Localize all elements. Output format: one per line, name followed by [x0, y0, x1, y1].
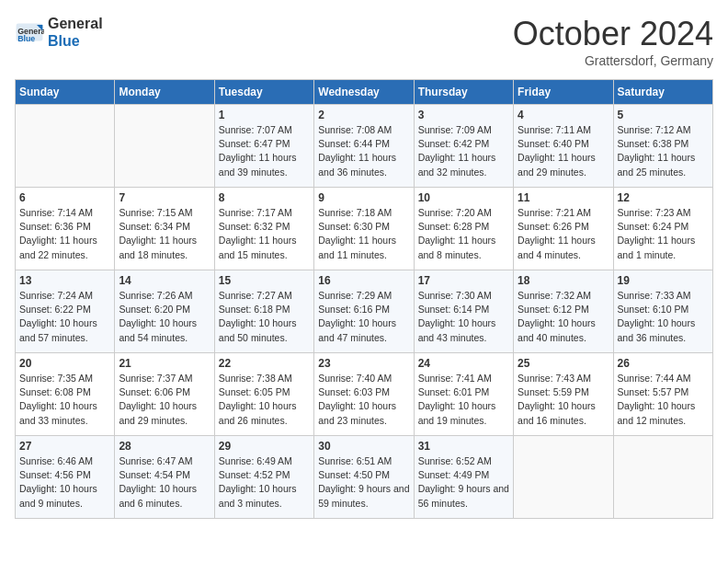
logo-general: General [48, 15, 103, 32]
calendar-cell: 31Sunrise: 6:52 AM Sunset: 4:49 PM Dayli… [414, 436, 513, 519]
day-number: 25 [518, 357, 609, 370]
day-info: Sunrise: 7:11 AM Sunset: 6:40 PM Dayligh… [518, 123, 609, 179]
weekday-header-saturday: Saturday [613, 80, 712, 105]
day-info: Sunrise: 6:52 AM Sunset: 4:49 PM Dayligh… [418, 454, 509, 511]
day-number: 18 [518, 274, 609, 287]
weekday-header-row: SundayMondayTuesdayWednesdayThursdayFrid… [16, 80, 713, 105]
day-info: Sunrise: 6:51 AM Sunset: 4:50 PM Dayligh… [318, 454, 409, 511]
day-number: 6 [19, 191, 110, 204]
day-info: Sunrise: 7:20 AM Sunset: 6:28 PM Dayligh… [418, 206, 509, 262]
day-info: Sunrise: 7:32 AM Sunset: 6:12 PM Dayligh… [518, 289, 609, 345]
calendar-cell: 6Sunrise: 7:14 AM Sunset: 6:36 PM Daylig… [16, 188, 115, 270]
day-number: 26 [618, 357, 709, 370]
day-number: 15 [219, 274, 310, 287]
weekday-header-wednesday: Wednesday [314, 80, 414, 105]
day-number: 20 [19, 357, 110, 370]
calendar-cell: 28Sunrise: 6:47 AM Sunset: 4:54 PM Dayli… [115, 436, 214, 519]
day-number: 17 [418, 274, 509, 287]
calendar-cell: 29Sunrise: 6:49 AM Sunset: 4:52 PM Dayli… [214, 436, 313, 519]
day-info: Sunrise: 6:47 AM Sunset: 4:54 PM Dayligh… [119, 454, 210, 511]
week-row-1: 1Sunrise: 7:07 AM Sunset: 6:47 PM Daylig… [16, 105, 713, 188]
weekday-header-thursday: Thursday [414, 80, 513, 105]
day-number: 19 [618, 274, 709, 287]
day-info: Sunrise: 7:40 AM Sunset: 6:03 PM Dayligh… [318, 372, 409, 428]
svg-text:Blue: Blue [17, 35, 35, 44]
day-number: 8 [219, 191, 310, 204]
day-info: Sunrise: 7:37 AM Sunset: 6:06 PM Dayligh… [119, 372, 210, 428]
calendar-cell: 7Sunrise: 7:15 AM Sunset: 6:34 PM Daylig… [115, 188, 214, 270]
day-number: 23 [318, 357, 409, 370]
calendar-cell: 26Sunrise: 7:44 AM Sunset: 5:57 PM Dayli… [613, 353, 712, 436]
calendar-cell: 27Sunrise: 6:46 AM Sunset: 4:56 PM Dayli… [16, 436, 115, 519]
calendar-cell: 22Sunrise: 7:38 AM Sunset: 6:05 PM Dayli… [214, 353, 313, 436]
day-info: Sunrise: 7:30 AM Sunset: 6:14 PM Dayligh… [418, 289, 509, 345]
day-number: 7 [119, 191, 210, 204]
day-info: Sunrise: 7:41 AM Sunset: 6:01 PM Dayligh… [418, 372, 509, 428]
calendar-cell: 8Sunrise: 7:17 AM Sunset: 6:32 PM Daylig… [214, 188, 313, 270]
day-number: 3 [418, 109, 509, 121]
weekday-header-sunday: Sunday [16, 80, 115, 105]
week-row-2: 6Sunrise: 7:14 AM Sunset: 6:36 PM Daylig… [16, 188, 713, 270]
calendar-cell: 25Sunrise: 7:43 AM Sunset: 5:59 PM Dayli… [514, 353, 613, 436]
calendar-cell: 23Sunrise: 7:40 AM Sunset: 6:03 PM Dayli… [314, 353, 414, 436]
calendar-cell: 3Sunrise: 7:09 AM Sunset: 6:42 PM Daylig… [414, 105, 513, 188]
day-info: Sunrise: 7:09 AM Sunset: 6:42 PM Dayligh… [418, 123, 509, 179]
month-title: October 2024 [513, 15, 713, 53]
calendar-cell: 5Sunrise: 7:12 AM Sunset: 6:38 PM Daylig… [613, 105, 712, 188]
day-info: Sunrise: 7:08 AM Sunset: 6:44 PM Dayligh… [318, 123, 409, 179]
day-number: 16 [318, 274, 409, 287]
day-number: 2 [318, 109, 409, 121]
calendar-cell [115, 105, 214, 188]
calendar-cell: 13Sunrise: 7:24 AM Sunset: 6:22 PM Dayli… [16, 270, 115, 353]
day-info: Sunrise: 7:27 AM Sunset: 6:18 PM Dayligh… [219, 289, 310, 345]
day-info: Sunrise: 7:18 AM Sunset: 6:30 PM Dayligh… [318, 206, 409, 262]
calendar-cell: 11Sunrise: 7:21 AM Sunset: 6:26 PM Dayli… [514, 188, 613, 270]
day-number: 22 [219, 357, 310, 370]
day-number: 29 [219, 440, 310, 453]
day-info: Sunrise: 7:23 AM Sunset: 6:24 PM Dayligh… [618, 206, 709, 262]
day-info: Sunrise: 6:49 AM Sunset: 4:52 PM Dayligh… [219, 454, 310, 511]
day-number: 9 [318, 191, 409, 204]
calendar-cell: 18Sunrise: 7:32 AM Sunset: 6:12 PM Dayli… [514, 270, 613, 353]
day-info: Sunrise: 7:15 AM Sunset: 6:34 PM Dayligh… [119, 206, 210, 262]
calendar-cell: 20Sunrise: 7:35 AM Sunset: 6:08 PM Dayli… [16, 353, 115, 436]
weekday-header-friday: Friday [514, 80, 613, 105]
day-info: Sunrise: 7:14 AM Sunset: 6:36 PM Dayligh… [19, 206, 110, 262]
calendar-cell: 10Sunrise: 7:20 AM Sunset: 6:28 PM Dayli… [414, 188, 513, 270]
week-row-4: 20Sunrise: 7:35 AM Sunset: 6:08 PM Dayli… [16, 353, 713, 436]
title-block: October 2024 Grattersdorf, Germany [513, 15, 713, 68]
calendar-cell: 1Sunrise: 7:07 AM Sunset: 6:47 PM Daylig… [214, 105, 313, 188]
day-info: Sunrise: 7:43 AM Sunset: 5:59 PM Dayligh… [518, 372, 609, 428]
day-number: 13 [19, 274, 110, 287]
day-info: Sunrise: 6:46 AM Sunset: 4:56 PM Dayligh… [19, 454, 110, 511]
day-info: Sunrise: 7:38 AM Sunset: 6:05 PM Dayligh… [219, 372, 310, 428]
logo-blue: Blue [48, 32, 103, 50]
calendar-cell: 30Sunrise: 6:51 AM Sunset: 4:50 PM Dayli… [314, 436, 414, 519]
day-number: 12 [618, 191, 709, 204]
calendar-cell: 21Sunrise: 7:37 AM Sunset: 6:06 PM Dayli… [115, 353, 214, 436]
calendar-cell: 17Sunrise: 7:30 AM Sunset: 6:14 PM Dayli… [414, 270, 513, 353]
page-header: General Blue General Blue October 2024 G… [15, 15, 713, 68]
day-info: Sunrise: 7:07 AM Sunset: 6:47 PM Dayligh… [219, 123, 310, 179]
calendar-cell: 24Sunrise: 7:41 AM Sunset: 6:01 PM Dayli… [414, 353, 513, 436]
day-number: 10 [418, 191, 509, 204]
day-number: 21 [119, 357, 210, 370]
calendar-cell [613, 436, 712, 519]
day-number: 30 [318, 440, 409, 453]
day-info: Sunrise: 7:17 AM Sunset: 6:32 PM Dayligh… [219, 206, 310, 262]
calendar-cell: 14Sunrise: 7:26 AM Sunset: 6:20 PM Dayli… [115, 270, 214, 353]
day-info: Sunrise: 7:29 AM Sunset: 6:16 PM Dayligh… [318, 289, 409, 345]
calendar-cell [514, 436, 613, 519]
week-row-5: 27Sunrise: 6:46 AM Sunset: 4:56 PM Dayli… [16, 436, 713, 519]
calendar-cell: 2Sunrise: 7:08 AM Sunset: 6:44 PM Daylig… [314, 105, 414, 188]
location-subtitle: Grattersdorf, Germany [513, 53, 713, 68]
weekday-header-tuesday: Tuesday [214, 80, 313, 105]
calendar-cell: 12Sunrise: 7:23 AM Sunset: 6:24 PM Dayli… [613, 188, 712, 270]
day-info: Sunrise: 7:26 AM Sunset: 6:20 PM Dayligh… [119, 289, 210, 345]
week-row-3: 13Sunrise: 7:24 AM Sunset: 6:22 PM Dayli… [16, 270, 713, 353]
day-number: 14 [119, 274, 210, 287]
day-number: 1 [219, 109, 310, 121]
day-number: 27 [19, 440, 110, 453]
day-info: Sunrise: 7:21 AM Sunset: 6:26 PM Dayligh… [518, 206, 609, 262]
logo-icon: General Blue [15, 17, 44, 47]
